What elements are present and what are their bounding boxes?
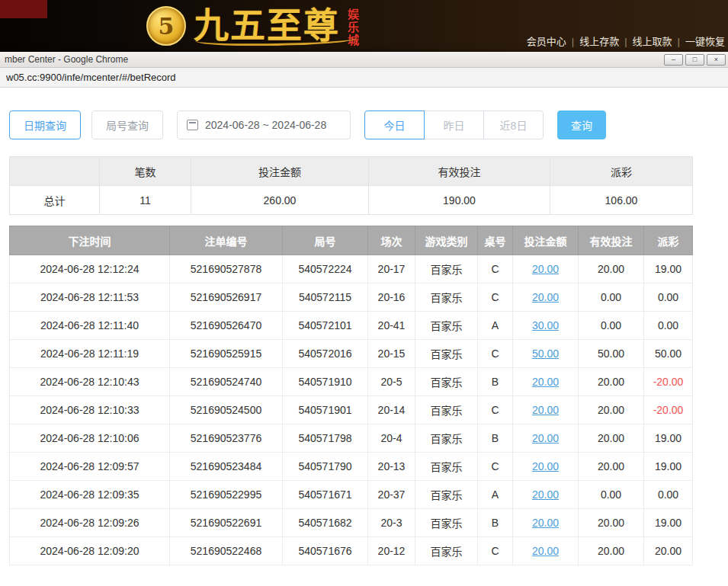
summary-header-empty	[10, 157, 100, 186]
today-button[interactable]: 今日	[364, 110, 425, 139]
bet-table-body: 2024-06-28 12:12:24521690527878540572224…	[10, 255, 693, 565]
summary-total-label: 总计	[10, 186, 100, 215]
round-id-cell: 540571682	[283, 509, 368, 537]
payout-cell: -20.00	[644, 368, 693, 396]
table-code-cell: A	[478, 481, 513, 509]
order-id-cell: 521690524740	[170, 368, 283, 396]
summary-header-payout: 派彩	[550, 157, 693, 186]
bet-amount-cell: 20.00	[513, 368, 579, 396]
order-id-cell: 521690523484	[170, 453, 283, 481]
bet-amount-link[interactable]: 20.00	[532, 432, 559, 444]
payout-cell: 19.00	[644, 255, 693, 283]
game-type-cell: 百家乐	[415, 255, 478, 283]
gold-coin-icon: 5	[146, 6, 186, 46]
session-cell: 20-13	[368, 453, 415, 481]
bet-amount-link[interactable]: 20.00	[532, 488, 559, 501]
summary-header-bet-amount: 投注金额	[191, 157, 369, 186]
bet-amount-link[interactable]: 20.00	[532, 263, 559, 275]
window-title-bar[interactable]: mber Center - Google Chrome – □ ×	[0, 52, 728, 68]
close-button[interactable]: ×	[707, 54, 726, 66]
summary-count-value: 11	[100, 186, 191, 215]
background-window-fragment	[0, 0, 47, 18]
round-query-tab[interactable]: 局号查询	[91, 110, 163, 139]
table-row: 2024-06-28 12:11:40521690526470540572101…	[10, 312, 693, 340]
session-cell: 20-15	[368, 340, 415, 368]
bet-time-cell: 2024-06-28 12:09:26	[10, 509, 170, 537]
bet-amount-link[interactable]: 20.00	[532, 545, 559, 557]
session-cell: 20-5	[368, 368, 415, 396]
bet-amount-link[interactable]: 30.00	[532, 319, 559, 331]
page-content: 日期查询 局号查询 2024-06-28 ~ 2024-06-28 今日 昨日 …	[0, 110, 728, 565]
round-id-cell: 540572101	[283, 312, 368, 340]
table-row: 2024-06-28 12:10:43521690524740540571910…	[10, 368, 693, 396]
round-id-cell: 540571671	[283, 481, 368, 509]
chrome-window: mber Center - Google Chrome – □ × w05.cc…	[0, 52, 728, 586]
order-id-column-header: 注单编号	[170, 226, 283, 255]
table-row: 2024-06-28 12:09:26521690522691540571682…	[10, 509, 693, 537]
order-id-cell: 521690522691	[170, 509, 283, 537]
date-range-input[interactable]: 2024-06-28 ~ 2024-06-28	[177, 110, 351, 139]
bet-amount-cell: 20.00	[513, 283, 579, 312]
bet-amount-cell: 20.00	[513, 509, 579, 537]
summary-valid-bet-value: 190.00	[369, 186, 550, 215]
screen: { "colors": { "accent_blue": "#4aa3ef", …	[0, 0, 728, 586]
nav-separator: |	[572, 36, 574, 47]
date-range-value: 2024-06-28 ~ 2024-06-28	[205, 119, 326, 131]
payout-cell: 0.00	[644, 481, 693, 509]
valid-bet-cell: 20.00	[579, 509, 644, 537]
nav-item[interactable]: 会员中心	[527, 36, 566, 47]
session-cell: 20-17	[368, 255, 415, 283]
bet-amount-cell: 30.00	[513, 312, 579, 340]
bet-amount-link[interactable]: 20.00	[532, 517, 559, 529]
game-type-cell: 百家乐	[415, 283, 478, 312]
round-id-cell: 540571901	[283, 396, 368, 424]
valid-bet-cell: 0.00	[579, 481, 644, 509]
nav-item[interactable]: 一键恢复	[685, 36, 725, 47]
payout-cell: 19.00	[644, 424, 693, 453]
date-query-tab[interactable]: 日期查询	[9, 110, 81, 139]
bet-amount-link[interactable]: 20.00	[532, 291, 559, 303]
round-id-cell: 540572016	[283, 340, 368, 368]
top-nav: 会员中心|线上存款|线上取款|一键恢复	[527, 34, 725, 48]
bet-amount-link[interactable]: 20.00	[532, 404, 559, 416]
yesterday-button[interactable]: 昨日	[424, 110, 484, 139]
valid-bet-cell: 20.00	[579, 255, 644, 283]
table-code-cell: C	[478, 255, 513, 283]
session-cell: 20-12	[368, 537, 415, 565]
valid-bet-cell: 50.00	[579, 340, 644, 368]
nav-item[interactable]: 线上存款	[579, 36, 619, 47]
nav-item[interactable]: 线上取款	[633, 36, 672, 47]
game-type-cell: 百家乐	[415, 481, 478, 509]
payout-cell: 0.00	[644, 283, 693, 312]
bet-amount-link[interactable]: 20.00	[532, 460, 559, 472]
search-button[interactable]: 查询	[557, 110, 606, 139]
maximize-button[interactable]: □	[685, 54, 704, 66]
round-id-cell: 540571676	[283, 537, 368, 565]
minimize-button[interactable]: –	[664, 54, 683, 66]
valid-bet-cell: 20.00	[579, 453, 644, 481]
bet-amount-link[interactable]: 50.00	[532, 347, 559, 360]
payout-cell: 20.00	[644, 537, 693, 565]
address-bar[interactable]: w05.cc:9900/infe/mcenter/#/betRecord	[0, 68, 728, 88]
order-id-cell: 521690524500	[170, 396, 283, 424]
session-cell: 20-14	[368, 396, 415, 424]
bet-time-cell: 2024-06-28 12:09:35	[10, 481, 170, 509]
last-8-days-button[interactable]: 近8日	[483, 110, 544, 139]
bet-time-cell: 2024-06-28 12:12:24	[10, 255, 170, 283]
logo-subtitle: 娱乐城	[345, 8, 361, 47]
game-type-cell: 百家乐	[415, 312, 478, 340]
summary-header-valid-bet: 有效投注	[369, 157, 550, 186]
round-id-cell: 540572115	[283, 283, 368, 312]
bet-amount-cell: 20.00	[513, 424, 579, 453]
bet-time-cell: 2024-06-28 12:10:43	[10, 368, 170, 396]
bet-amount-cell: 20.00	[513, 396, 579, 424]
table-row: 2024-06-28 12:09:20521690522468540571676…	[10, 537, 693, 565]
session-cell: 20-4	[368, 424, 415, 453]
valid-bet-cell: 20.00	[579, 424, 644, 453]
order-id-cell: 521690526917	[170, 283, 283, 312]
table-code-cell: C	[478, 453, 513, 481]
bet-table-header-row: 下注时间注单编号局号场次游戏类别桌号投注金额有效投注派彩	[10, 226, 693, 255]
bet-amount-link[interactable]: 20.00	[532, 376, 559, 388]
round-id-cell: 540572224	[283, 255, 368, 283]
summary-total-row: 总计 11 260.00 190.00 106.00	[10, 186, 693, 215]
